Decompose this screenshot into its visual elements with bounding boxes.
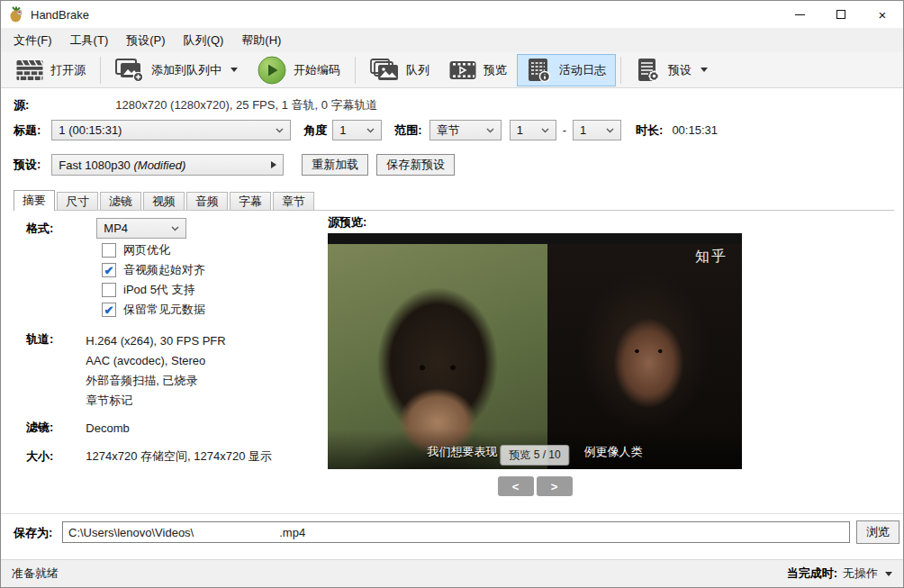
tab-strip: 摘要 尺寸 滤镜 视频 音频 字幕 章节	[14, 190, 894, 211]
when-done-select[interactable]: 无操作	[843, 565, 878, 582]
toolbar-separator	[100, 57, 101, 84]
keep-metadata-checkbox[interactable]: ✔	[102, 303, 116, 317]
title-bar: HandBrake ×	[1, 1, 903, 28]
range-to-select[interactable]: 1	[573, 120, 621, 140]
preset-modified-flag: (Modified)	[133, 158, 185, 172]
chevron-down-icon	[701, 68, 708, 72]
filters-value: Decomb	[86, 421, 129, 435]
save-new-preset-button[interactable]: 保存新预设	[376, 154, 455, 176]
next-preview-button[interactable]: >	[537, 476, 573, 496]
checkbox-row: 网页优化	[102, 242, 170, 258]
tab-audio[interactable]: 音频	[186, 192, 228, 210]
duration-value: 00:15:31	[672, 123, 718, 137]
previous-preview-button[interactable]: <	[498, 476, 534, 496]
title-row: 标题: 1 (00:15:31) 角度 1 范围: 章节 1 - 1 时长: 0…	[14, 120, 718, 140]
reload-preset-button[interactable]: 重新加载	[302, 154, 368, 176]
title-label: 标题:	[14, 122, 41, 139]
menu-file[interactable]: 文件(F)	[5, 29, 61, 52]
checkbox-row: iPod 5代 支持	[102, 282, 194, 298]
web-optimized-checkbox[interactable]	[102, 243, 116, 258]
activity-log-button[interactable]: 活动日志	[517, 54, 616, 86]
preview-label: 预览	[484, 62, 507, 78]
clapperboard-icon	[16, 59, 43, 81]
chevron-down-icon	[231, 68, 238, 72]
chevron-right-icon	[271, 161, 276, 168]
range-from-select[interactable]: 1	[510, 120, 556, 140]
tab-dimensions[interactable]: 尺寸	[57, 192, 98, 210]
add-to-queue-icon	[115, 59, 144, 82]
play-icon	[258, 56, 286, 85]
menu-help[interactable]: 帮助(H)	[232, 29, 290, 52]
menu-presets[interactable]: 预设(P)	[117, 29, 174, 52]
web-optimized-label: 网页优化	[123, 242, 170, 258]
menu-bar: 文件(F) 工具(T) 预设(P) 队列(Q) 帮助(H)	[1, 28, 903, 52]
tab-video[interactable]: 视频	[143, 192, 185, 210]
window-title: HandBrake	[31, 8, 89, 22]
filters-row: 滤镜: Decomb	[26, 420, 130, 436]
tab-filters[interactable]: 滤镜	[100, 192, 141, 210]
align-av-start-checkbox[interactable]: ✔	[102, 263, 116, 277]
chevron-down-icon	[606, 128, 614, 133]
activity-log-icon	[527, 58, 552, 83]
align-av-start-label: 音视频起始对齐	[123, 262, 205, 278]
angle-select[interactable]: 1	[332, 120, 382, 140]
chevron-down-icon[interactable]	[885, 572, 892, 576]
range-type-select[interactable]: 章节	[429, 120, 502, 140]
add-to-queue-button[interactable]: 添加到队列中	[105, 54, 248, 86]
close-button[interactable]: ×	[862, 1, 903, 28]
preview-counter-tooltip: 预览 5 / 10	[500, 445, 569, 466]
save-path-extension: .mp4	[279, 526, 305, 539]
activity-log-label: 活动日志	[559, 62, 606, 78]
toolbar: 打开源 添加到队列中 开始编码	[1, 52, 903, 88]
tab-summary[interactable]: 摘要	[14, 190, 55, 211]
source-preview-label: 源预览:	[328, 214, 366, 231]
range-label: 范围:	[394, 122, 421, 139]
checkbox-row: ✔ 音视频起始对齐	[102, 262, 205, 278]
chevron-down-icon	[541, 128, 549, 133]
format-label: 格式:	[26, 221, 53, 237]
minimize-icon	[795, 14, 805, 15]
range-separator: -	[563, 123, 566, 137]
source-label: 源:	[14, 97, 29, 113]
title-select[interactable]: 1 (00:15:31)	[51, 120, 291, 140]
format-select[interactable]: MP4	[96, 218, 186, 239]
chevron-down-icon	[366, 128, 375, 133]
chevron-down-icon	[171, 226, 179, 231]
ipod-support-checkbox[interactable]	[102, 283, 116, 297]
save-path-prefix: C:\Users\lenovo\Videos\	[68, 526, 194, 539]
tab-subtitles[interactable]: 字幕	[230, 192, 271, 210]
size-row: 大小: 1274x720 存储空间, 1274x720 显示	[26, 448, 272, 465]
preview-button[interactable]: 预览	[439, 54, 517, 86]
presets-button[interactable]: 预设	[626, 54, 718, 86]
open-source-button[interactable]: 打开源	[6, 54, 95, 86]
checkbox-row: ✔ 保留常见元数据	[102, 302, 205, 318]
preset-select[interactable]: Fast 1080p30 (Modified)	[51, 154, 284, 176]
save-path-input[interactable]: C:\Users\lenovo\Videos\ .mp4	[62, 521, 850, 543]
start-encode-button[interactable]: 开始编码	[248, 54, 350, 86]
chevron-down-icon	[486, 128, 494, 133]
track-subtitle: 外部音频扫描, 已烧录	[86, 371, 225, 391]
tab-chapters[interactable]: 章节	[273, 192, 314, 210]
toolbar-separator	[620, 57, 621, 84]
status-bar: 准备就绪 当完成时: 无操作	[1, 559, 903, 587]
browse-button[interactable]: 浏览	[856, 520, 899, 544]
save-label-wrap: 保存为:	[14, 526, 52, 540]
preset-row: 预设: Fast 1080p30 (Modified) 重新加载 保存新预设	[14, 154, 455, 176]
close-icon: ×	[879, 8, 887, 22]
ipod-support-label: iPod 5代 支持	[123, 282, 194, 298]
menu-tools[interactable]: 工具(T)	[61, 29, 118, 52]
presets-gear-icon	[636, 58, 661, 83]
status-text: 准备就绪	[12, 565, 59, 582]
handbrake-window: HandBrake × 文件(F) 工具(T) 预设(P) 队列(Q) 帮助(H…	[0, 0, 904, 588]
queue-button[interactable]: 队列	[360, 54, 439, 86]
preview-nav: < >	[328, 476, 742, 496]
when-done-group: 当完成时: 无操作	[787, 565, 892, 582]
maximize-button[interactable]	[820, 1, 862, 28]
preview-header: 源预览:	[328, 215, 366, 230]
menu-queue[interactable]: 队列(Q)	[175, 29, 233, 52]
source-row: 源: 1280x720 (1280x720), 25 FPS, 1 音轨, 0 …	[14, 97, 378, 113]
track-audio: AAC (avcodec), Stereo	[86, 351, 225, 371]
size-value: 1274x720 存储空间, 1274x720 显示	[86, 448, 272, 465]
minimize-button[interactable]	[779, 1, 820, 28]
track-chapters: 章节标记	[86, 391, 225, 411]
